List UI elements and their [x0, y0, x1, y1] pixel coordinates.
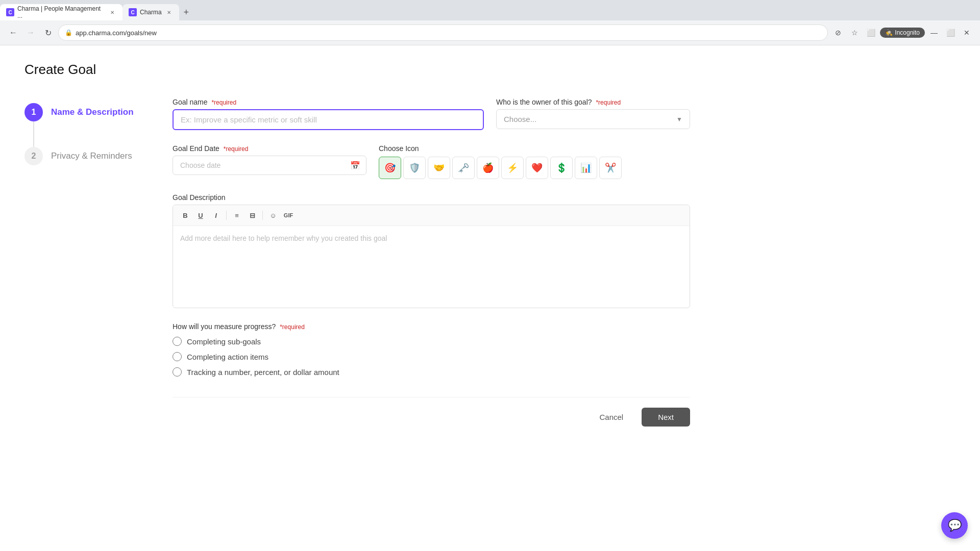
browser-tab-2[interactable]: C Charma ✕ [122, 4, 179, 20]
icon-btn-apple[interactable]: 🍎 [477, 157, 499, 179]
icon-btn-handshake[interactable]: 🤝 [428, 157, 450, 179]
icon-row: 🎯 🛡️ 🤝 🗝️ 🍎 ⚡ ❤️ 💲 📊 ✂️ [379, 157, 690, 179]
page-title: Create Goal [24, 62, 690, 78]
incognito-label: Incognito [895, 29, 920, 36]
goal-name-input[interactable] [173, 109, 484, 130]
new-tab-button[interactable]: + [179, 5, 193, 19]
underline-button[interactable]: U [193, 208, 208, 222]
ordered-list-button[interactable]: ⊟ [245, 208, 259, 222]
radio-sub-goals[interactable] [173, 337, 182, 346]
date-input-wrapper: 📅 [173, 156, 366, 175]
gif-button[interactable]: GIF [281, 208, 296, 222]
tab-favicon-1: C [6, 8, 14, 16]
owner-required: *required [596, 99, 621, 106]
back-button[interactable]: ← [6, 26, 20, 40]
radio-item-sub-goals[interactable]: Completing sub-goals [173, 337, 690, 346]
chevron-down-icon: ▼ [676, 116, 682, 123]
owner-label: Who is the owner of this goal? *required [496, 98, 690, 106]
step-label-1: Name & Description [51, 107, 134, 117]
icon-chooser-section: Choose Icon 🎯 🛡️ 🤝 🗝️ 🍎 ⚡ ❤️ 💲 📊 ✂️ [379, 144, 690, 179]
browser-chrome: C Charma | People Management ... ✕ C Cha… [0, 0, 980, 45]
close-button[interactable]: ✕ [960, 26, 974, 40]
toolbar-divider-1 [226, 211, 227, 220]
radio-label-action-items: Completing action items [187, 353, 268, 361]
browser-toolbar: ← → ↻ 🔒 app.charma.com/goals/new ⊘ ☆ ⬜ 🕵… [0, 20, 980, 45]
incognito-badge[interactable]: 🕵️ Incognito [880, 28, 925, 38]
forward-button[interactable]: → [23, 26, 38, 40]
screen-share-icon[interactable]: ⊘ [831, 26, 845, 40]
radio-label-tracking: Tracking a number, percent, or dollar am… [187, 368, 339, 377]
progress-label: How will you measure progress? *required [173, 322, 690, 331]
icon-btn-key[interactable]: 🗝️ [452, 157, 475, 179]
end-date-label: Goal End Date *required [173, 144, 366, 153]
goal-name-label: Goal name *required [173, 98, 484, 106]
reload-button[interactable]: ↻ [41, 26, 55, 40]
icon-chooser-label: Choose Icon [379, 144, 690, 153]
rich-editor[interactable]: B U I ≡ ⊟ ☺ GIF Add more detail here to … [173, 205, 690, 308]
radio-item-tracking[interactable]: Tracking a number, percent, or dollar am… [173, 367, 690, 377]
icon-btn-heart[interactable]: ❤️ [526, 157, 548, 179]
radio-action-items[interactable] [173, 352, 182, 361]
end-date-group: Goal End Date *required 📅 [173, 144, 366, 175]
progress-section: How will you measure progress? *required… [173, 322, 690, 377]
bold-button[interactable]: B [178, 208, 192, 222]
editor-content[interactable]: Add more detail here to help remember wh… [173, 226, 690, 308]
editor-toolbar: B U I ≡ ⊟ ☺ GIF [173, 205, 690, 226]
bookmark-icon[interactable]: ☆ [847, 26, 862, 40]
browser-tabs: C Charma | People Management ... ✕ C Cha… [0, 0, 980, 20]
description-section: Goal Description B U I ≡ ⊟ ☺ GIF Add [173, 193, 690, 308]
progress-required: *required [280, 323, 305, 331]
stepper-connector [33, 121, 34, 147]
description-label: Goal Description [173, 193, 690, 202]
address-bar[interactable]: 🔒 app.charma.com/goals/new [58, 24, 828, 41]
emoji-button[interactable]: ☺ [266, 208, 280, 222]
stepper-item-2[interactable]: 2 Privacy & Reminders [24, 147, 132, 165]
cancel-button[interactable]: Cancel [587, 408, 635, 427]
owner-placeholder: Choose... [504, 115, 536, 123]
date-icon-row: Goal End Date *required 📅 Choose Icon 🎯 … [173, 144, 690, 179]
url-text: app.charma.com/goals/new [76, 29, 821, 37]
italic-button[interactable]: I [209, 208, 223, 222]
minimize-button[interactable]: — [927, 26, 941, 40]
radio-label-sub-goals: Completing sub-goals [187, 337, 261, 346]
tab-close-1[interactable]: ✕ [108, 8, 116, 16]
form-footer: Cancel Next [173, 397, 690, 427]
owner-dropdown[interactable]: Choose... ▼ [496, 109, 690, 129]
step-label-2: Privacy & Reminders [51, 151, 132, 161]
goal-name-required: *required [211, 99, 236, 106]
stepper: 1 Name & Description 2 Privacy & Reminde… [24, 98, 142, 165]
create-goal-layout: 1 Name & Description 2 Privacy & Reminde… [24, 98, 690, 427]
bullet-list-button[interactable]: ≡ [230, 208, 244, 222]
name-owner-row: Goal name *required Who is the owner of … [173, 98, 690, 130]
browser-tab-1[interactable]: C Charma | People Management ... ✕ [0, 4, 122, 20]
form-area: Goal name *required Who is the owner of … [173, 98, 690, 427]
extensions-icon[interactable]: ⬜ [864, 26, 878, 40]
end-date-input[interactable] [173, 156, 366, 175]
restore-button[interactable]: ⬜ [943, 26, 958, 40]
radio-tracking[interactable] [173, 367, 182, 377]
toolbar-divider-2 [262, 211, 263, 220]
goal-name-group: Goal name *required [173, 98, 484, 130]
step-circle-2: 2 [24, 147, 43, 165]
tab-label-1: Charma | People Management ... [17, 5, 105, 19]
step-circle-1: 1 [24, 103, 43, 121]
icon-btn-target[interactable]: 🎯 [379, 157, 401, 179]
owner-group: Who is the owner of this goal? *required… [496, 98, 690, 129]
icon-btn-shield[interactable]: 🛡️ [403, 157, 426, 179]
stepper-item-1[interactable]: 1 Name & Description [24, 103, 134, 121]
browser-actions: ⊘ ☆ ⬜ 🕵️ Incognito — ⬜ ✕ [831, 26, 974, 40]
radio-item-action-items[interactable]: Completing action items [173, 352, 690, 361]
end-date-required: *required [224, 145, 249, 153]
page-content: Create Goal 1 Name & Description 2 Priva… [0, 45, 715, 443]
icon-btn-chart[interactable]: 📊 [575, 157, 597, 179]
icon-btn-dollar[interactable]: 💲 [550, 157, 573, 179]
lock-icon: 🔒 [65, 29, 72, 36]
tab-close-2[interactable]: ✕ [165, 8, 173, 16]
tab-favicon-2: C [129, 8, 137, 16]
next-button[interactable]: Next [642, 408, 690, 427]
icon-btn-scissors[interactable]: ✂️ [599, 157, 622, 179]
incognito-icon: 🕵️ [885, 29, 893, 36]
radio-group: Completing sub-goals Completing action i… [173, 337, 690, 377]
icon-btn-lightning[interactable]: ⚡ [501, 157, 524, 179]
tab-label-2: Charma [140, 9, 162, 16]
